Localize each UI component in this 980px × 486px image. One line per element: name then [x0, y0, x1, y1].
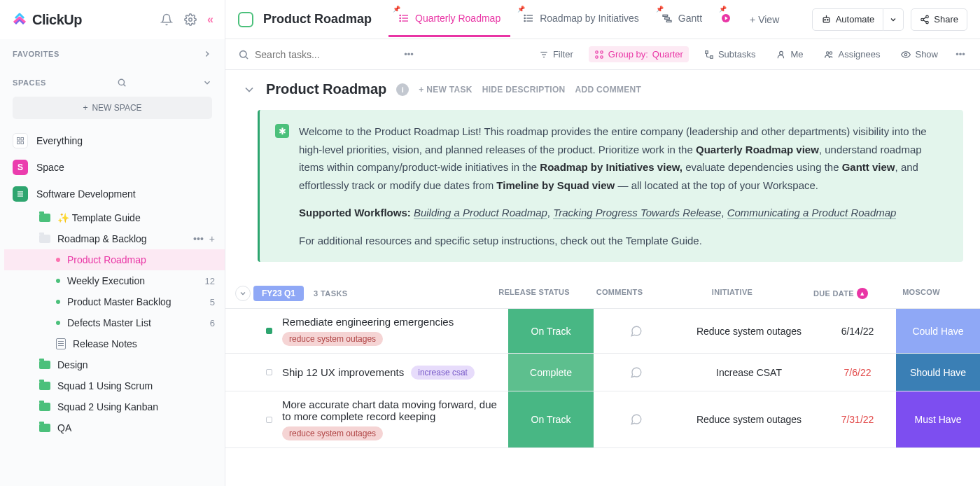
sort-indicator-icon: ▲: [857, 288, 868, 299]
svg-rect-45: [706, 50, 708, 53]
automate-dropdown-button[interactable]: [883, 8, 904, 31]
svg-point-48: [827, 51, 830, 54]
automate-button[interactable]: Automate: [812, 8, 884, 31]
cell-comments[interactable]: [594, 391, 679, 447]
column-header-moscow[interactable]: MOSCOW: [879, 288, 963, 299]
svg-point-29: [827, 20, 827, 20]
tab-quarterly-roadmap[interactable]: 📌 Quarterly Roadmap: [388, 1, 510, 37]
task-status-square[interactable]: [266, 369, 272, 375]
task-tag[interactable]: reduce system outages: [282, 332, 383, 346]
notifications-icon[interactable]: [160, 13, 174, 27]
filter-label: Filter: [553, 49, 573, 60]
more-icon[interactable]: •••: [953, 48, 967, 62]
filter-button[interactable]: Filter: [533, 46, 579, 62]
svg-line-34: [923, 17, 926, 18]
sidebar-item-defects-master-list[interactable]: Defects Master List 6: [4, 312, 225, 333]
space-space[interactable]: S Space: [0, 154, 225, 181]
sidebar-item-release-notes[interactable]: Release Notes: [4, 333, 225, 354]
space-everything[interactable]: Everything: [0, 127, 225, 154]
sidebar-item-product-roadmap[interactable]: Product Roadmap: [4, 249, 225, 270]
space-label: Space: [36, 162, 64, 173]
space-avatar-icon: S: [13, 160, 28, 175]
column-header-due-date[interactable]: DUE DATE ▲: [802, 288, 879, 299]
sidebar-item-product-master-backlog[interactable]: Product Master Backlog 5: [4, 291, 225, 312]
cell-due-date[interactable]: 7/6/22: [819, 354, 896, 391]
task-row[interactable]: More accurate chart data moving forward,…: [225, 391, 980, 448]
cell-due-date[interactable]: 6/14/22: [819, 309, 896, 353]
column-header-status[interactable]: RELEASE STATUS: [491, 288, 577, 299]
cell-due-date[interactable]: 7/31/22: [819, 391, 896, 447]
add-comment-button[interactable]: ADD COMMENT: [575, 85, 642, 95]
new-task-button[interactable]: + NEW TASK: [419, 85, 472, 95]
favorites-header[interactable]: FAVORITES: [0, 39, 225, 66]
cell-initiative[interactable]: Reduce system outages: [679, 391, 819, 447]
space-software-development[interactable]: Software Development: [0, 181, 225, 207]
cell-comments[interactable]: [594, 354, 679, 391]
sidebar-item-squad2[interactable]: Squad 2 Using Kanban: [4, 396, 225, 417]
cell-moscow[interactable]: Must Have: [896, 391, 980, 447]
cell-release-status[interactable]: On Track: [508, 391, 594, 447]
topbar: Product Roadmap 📌 Quarterly Roadmap 📌 Ro…: [225, 0, 980, 39]
group-header: FY23 Q1 3 TASKS RELEASE STATUS COMMENTS …: [225, 279, 980, 309]
search-icon[interactable]: [115, 76, 129, 90]
column-header-comments[interactable]: COMMENTS: [577, 288, 662, 299]
group-by-label: Group by:: [608, 49, 648, 60]
task-tag[interactable]: increase csat: [411, 366, 475, 380]
cell-initiative[interactable]: Reduce system outages: [679, 309, 819, 353]
tab-roadmap-initiatives[interactable]: 📌 Roadmap by Initiatives: [513, 1, 649, 37]
tab-gantt[interactable]: 📌 Gantt: [652, 1, 712, 37]
more-icon[interactable]: •••: [193, 233, 204, 244]
subtasks-button[interactable]: Subtasks: [699, 46, 761, 62]
group-pill[interactable]: FY23 Q1: [253, 286, 304, 301]
favorites-label: FAVORITES: [13, 50, 59, 58]
tab-timeline[interactable]: 📌: [715, 1, 737, 37]
task-tag[interactable]: reduce system outages: [282, 426, 383, 440]
column-header-initiative[interactable]: INITIATIVE: [662, 288, 802, 299]
cell-moscow[interactable]: Could Have: [896, 309, 980, 353]
cell-release-status[interactable]: Complete: [508, 354, 594, 391]
new-space-button[interactable]: + NEW SPACE: [13, 97, 212, 119]
chevron-down-icon[interactable]: [202, 78, 212, 88]
automate-label: Automate: [836, 14, 875, 25]
me-button[interactable]: Me: [771, 46, 808, 62]
share-button[interactable]: Share: [911, 8, 967, 31]
search-input[interactable]: [255, 49, 353, 60]
sidebar-item-roadmap-backlog[interactable]: Roadmap & Backlog ••• +: [4, 228, 225, 249]
spaces-header[interactable]: SPACES: [0, 66, 225, 97]
group-by-button[interactable]: Group by: Quarter: [589, 46, 689, 62]
hide-description-button[interactable]: HIDE DESCRIPTION: [482, 85, 566, 95]
add-view-button[interactable]: + View: [740, 14, 789, 25]
person-icon: [776, 50, 786, 60]
collapse-icon[interactable]: [242, 83, 256, 97]
document-icon: [56, 338, 66, 349]
sidebar-item-qa[interactable]: QA: [4, 417, 225, 438]
sidebar-item-weekly-execution[interactable]: Weekly Execution 12: [4, 270, 225, 291]
main: Product Roadmap 📌 Quarterly Roadmap 📌 Ro…: [225, 0, 980, 486]
design-label: Design: [57, 359, 88, 370]
sidebar-item-design[interactable]: Design: [4, 354, 225, 375]
cell-moscow[interactable]: Should Have: [896, 354, 980, 391]
group-collapse-icon[interactable]: [235, 286, 251, 301]
assignees-button[interactable]: Assignees: [818, 46, 886, 62]
task-status-square[interactable]: [266, 417, 272, 423]
sidebar-item-squad1[interactable]: Squad 1 Using Scrum: [4, 375, 225, 396]
breadcrumb-title[interactable]: Product Roadmap: [263, 12, 372, 27]
plus-icon[interactable]: +: [209, 233, 215, 244]
info-icon[interactable]: i: [396, 83, 409, 96]
show-button[interactable]: Show: [895, 46, 944, 62]
squad2-label: Squad 2 Using Kanban: [57, 401, 158, 412]
more-options-icon[interactable]: •••: [402, 48, 416, 62]
logo[interactable]: ClickUp: [11, 11, 82, 28]
settings-icon[interactable]: [183, 13, 197, 27]
cell-initiative[interactable]: Increase CSAT: [679, 354, 819, 391]
task-row[interactable]: Remediate engineering emergenciesreduce …: [225, 309, 980, 354]
comment-icon: [630, 325, 643, 338]
sidebar-item-template-guide[interactable]: ✨ Template Guide: [4, 207, 225, 228]
list-view-icon: [523, 13, 534, 24]
share-label: Share: [934, 14, 958, 25]
collapse-sidebar-icon[interactable]: «: [207, 13, 214, 26]
task-status-square[interactable]: [266, 328, 272, 334]
cell-release-status[interactable]: On Track: [508, 309, 594, 353]
task-row[interactable]: Ship 12 UX improvementsincrease csat Com…: [225, 354, 980, 391]
cell-comments[interactable]: [594, 309, 679, 353]
